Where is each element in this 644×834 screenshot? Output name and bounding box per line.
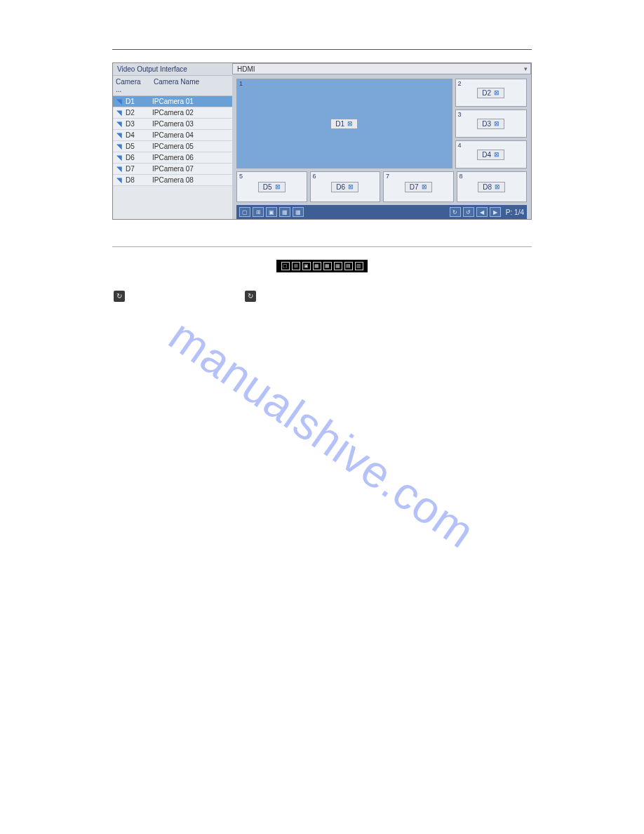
live-view-screenshot: Video Output Interface Camera ... Camera… — [112, 62, 532, 220]
close-icon[interactable]: ⊠ — [275, 183, 281, 190]
top-rule — [112, 49, 532, 50]
chip-label: D5 — [263, 183, 272, 191]
camera-name: IPCamera 03 — [152, 120, 232, 128]
chip-label: D6 — [336, 183, 345, 191]
stop-auto-switch-icon — [245, 291, 256, 302]
start-auto-switch-icon — [114, 291, 125, 302]
camera-row[interactable]: ◥ D6 IPCamera 06 — [113, 152, 232, 164]
chip-label: D1 — [335, 120, 344, 128]
chip-label: D8 — [483, 183, 492, 191]
sidebar-title: Video Output Interface — [113, 63, 232, 76]
layout-icon: ▢ — [281, 262, 290, 270]
preview-pane: HDMI 1 D1 ⊠ 2 — [232, 63, 531, 219]
camera-name: IPCamera 04 — [152, 131, 232, 139]
camera-row[interactable]: ◥ D7 IPCamera 07 — [113, 164, 232, 175]
chip-label: D7 — [410, 183, 419, 191]
stop-all-button[interactable]: ↺ — [463, 207, 474, 217]
layout-2x2-button[interactable]: ⊞ — [253, 207, 264, 217]
tile-chip[interactable]: D8 ⊠ — [478, 182, 505, 192]
tile-chip[interactable]: D4 ⊠ — [477, 150, 504, 160]
tile-number: 8 — [459, 173, 463, 180]
camera-icon: ◥ — [114, 166, 124, 173]
tile-main[interactable]: 1 D1 ⊠ — [236, 79, 452, 168]
camera-id: D2 — [124, 109, 152, 117]
camera-id: D8 — [124, 176, 152, 184]
close-icon[interactable]: ⊠ — [495, 183, 500, 190]
close-icon[interactable]: ⊠ — [494, 89, 499, 96]
layout-icon: ⊞ — [292, 262, 300, 270]
tile-side[interactable]: 2 D2 ⊠ — [455, 79, 528, 107]
layout-icon: ▦ — [313, 262, 321, 270]
tile-chip[interactable]: D6 ⊠ — [331, 182, 358, 192]
camera-list-pane: Video Output Interface Camera ... Camera… — [113, 63, 232, 219]
layout-icon: ▩ — [334, 262, 342, 270]
tile-number: 4 — [458, 142, 462, 149]
col-camera: Camera ... — [113, 76, 151, 95]
close-icon[interactable]: ⊠ — [494, 120, 499, 127]
camera-icon: ◥ — [114, 121, 124, 128]
layout-1x1-button[interactable]: ▢ — [239, 207, 250, 217]
layout-icon-strip: ▢ ⊞ ▣ ▦ ▦ ▩ ▤ ▥ — [276, 260, 368, 272]
tile-bottom[interactable]: 7 D7 ⊠ — [383, 171, 454, 202]
col-name: Camera Name — [151, 76, 232, 95]
camera-row[interactable]: ◥ D2 IPCamera 02 — [113, 107, 232, 119]
tile-chip[interactable]: D1 ⊠ — [330, 119, 358, 129]
tile-number: 6 — [313, 173, 316, 180]
camera-table-header: Camera ... Camera Name — [113, 76, 232, 96]
camera-icon: ◥ — [114, 110, 124, 117]
chip-label: D2 — [482, 89, 491, 97]
camera-name: IPCamera 02 — [152, 109, 232, 117]
camera-row[interactable]: ◥ D3 IPCamera 03 — [113, 119, 232, 130]
camera-icon: ◥ — [114, 177, 124, 184]
layout-icon: ▦ — [323, 262, 332, 270]
tile-bottom[interactable]: 6 D6 ⊠ — [310, 171, 381, 202]
next-page-button[interactable]: ▶ — [490, 207, 501, 217]
camera-id: D3 — [124, 120, 152, 128]
tile-chip[interactable]: D7 ⊠ — [405, 182, 432, 192]
close-icon[interactable]: ⊠ — [348, 183, 354, 190]
camera-id: D7 — [124, 165, 152, 173]
tile-chip[interactable]: D3 ⊠ — [477, 119, 504, 129]
tile-chip[interactable]: D5 ⊠ — [258, 182, 286, 192]
tile-bottom[interactable]: 5 D5 ⊠ — [236, 171, 307, 202]
camera-icon: ◥ — [114, 98, 124, 105]
chip-label: D3 — [482, 120, 491, 128]
layout-1p5-button[interactable]: ▣ — [266, 207, 277, 217]
camera-id: D1 — [124, 98, 152, 105]
output-interface-dropdown[interactable]: HDMI — [232, 63, 531, 74]
layout-grid: 1 D1 ⊠ 2 D2 ⊠ — [232, 74, 531, 219]
tile-chip[interactable]: D2 ⊠ — [477, 88, 504, 98]
start-all-button[interactable]: ↻ — [450, 207, 461, 217]
tile-number: 3 — [458, 111, 462, 118]
camera-icon: ◥ — [114, 154, 124, 161]
tile-bottom[interactable]: 8 D8 ⊠ — [457, 171, 528, 202]
layout-icon: ▤ — [344, 262, 353, 270]
camera-id: D5 — [124, 143, 152, 150]
camera-name: IPCamera 08 — [152, 176, 232, 184]
tile-number: 5 — [239, 173, 243, 180]
camera-row[interactable]: ◥ D4 IPCamera 04 — [113, 130, 232, 141]
watermark: manualshive.com — [160, 309, 485, 558]
tile-number: 1 — [239, 80, 243, 87]
layout-1p7-button[interactable]: ▦ — [279, 207, 290, 217]
layout-icon: ▥ — [355, 262, 363, 270]
layout-3x3-button[interactable]: ▦ — [293, 207, 304, 217]
camera-row[interactable]: ◥ D5 IPCamera 05 — [113, 141, 232, 152]
camera-icon: ◥ — [114, 132, 124, 139]
prev-page-button[interactable]: ◀ — [476, 207, 488, 217]
close-icon[interactable]: ⊠ — [347, 120, 353, 127]
close-icon[interactable]: ⊠ — [494, 151, 499, 158]
close-icon[interactable]: ⊠ — [422, 183, 427, 190]
page-indicator: P: 1/4 — [506, 208, 524, 216]
camera-row[interactable]: ◥ D1 IPCamera 01 — [113, 96, 232, 107]
tile-number: 7 — [386, 173, 389, 180]
camera-name: IPCamera 07 — [152, 165, 232, 173]
body-text — [112, 289, 532, 303]
layout-toolbar: ▢ ⊞ ▣ ▦ ▦ ↻ ↺ ◀ ▶ P: 1/4 — [236, 205, 527, 219]
camera-row[interactable]: ◥ D8 IPCamera 08 — [113, 175, 232, 186]
chip-label: D4 — [482, 151, 491, 159]
tile-side[interactable]: 4 D4 ⊠ — [455, 140, 528, 168]
camera-icon: ◥ — [114, 143, 124, 150]
tile-side[interactable]: 3 D3 ⊠ — [455, 110, 528, 138]
camera-name: IPCamera 06 — [152, 154, 232, 161]
